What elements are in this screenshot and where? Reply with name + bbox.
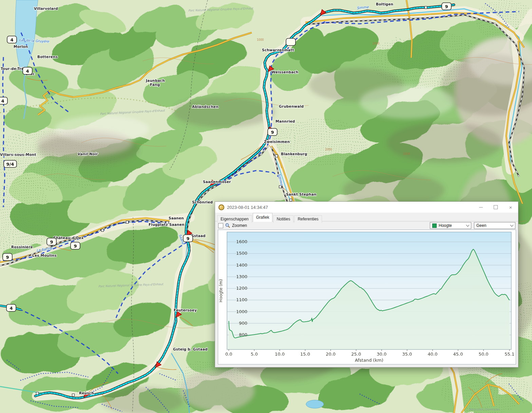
town-label: Gsteig b. Gstaad bbox=[173, 347, 208, 351]
town-label: Feutersoey bbox=[174, 308, 197, 312]
x-tick-label: 20.0 bbox=[326, 352, 336, 357]
y-tick-label: 1400 bbox=[236, 263, 247, 268]
elevation-chart[interactable]: 80090010001100120013001400150016000.05.0… bbox=[218, 230, 516, 364]
maximize-button[interactable] bbox=[488, 202, 503, 212]
contour-label: 2000 bbox=[325, 148, 332, 151]
town-label: Saanen bbox=[169, 216, 184, 220]
overlay-dropdown-value: Geen bbox=[476, 223, 486, 228]
series-color-swatch bbox=[432, 223, 437, 228]
road-shield-number: 4 bbox=[1, 98, 4, 104]
window-titlebar[interactable]: 2023-08-01 14:34:47 × bbox=[215, 202, 518, 213]
town-label: Grubenwald bbox=[279, 104, 304, 108]
x-tick-label: 5.0 bbox=[251, 352, 258, 357]
road-shield-number: 9 bbox=[50, 239, 53, 245]
town-label: Les Moulins bbox=[32, 253, 57, 257]
elevation-chart-panel: 80090010001100120013001400150016000.05.0… bbox=[218, 230, 516, 364]
x-tick-label: 35.0 bbox=[402, 352, 412, 357]
road-shield-number: 4 bbox=[26, 69, 29, 74]
x-tick-label: 0.0 bbox=[225, 352, 232, 357]
waypoint-square[interactable] bbox=[290, 199, 292, 201]
track-properties-window: 2023-08-01 14:34:47 × EigenschappenGrafi… bbox=[215, 201, 518, 367]
park-label: Naturpark Diemtigtal bbox=[469, 408, 500, 411]
chart-toolbar: Zoomen Hoogte Geen bbox=[215, 221, 518, 230]
road-shield-number: 4 bbox=[10, 37, 13, 42]
town-label: Villarvolard bbox=[34, 6, 58, 11]
road-shield-number: 9/4 bbox=[6, 162, 14, 167]
contour-label: 2000 bbox=[373, 42, 379, 45]
tab-grafiek[interactable]: Grafiek bbox=[253, 213, 273, 222]
town-label: Jaunbach bbox=[146, 78, 165, 83]
y-tick-label: 1000 bbox=[236, 309, 247, 314]
y-tick-label: 1300 bbox=[236, 274, 247, 279]
waypoint-square[interactable] bbox=[101, 229, 104, 232]
x-axis-title: Afstand (km) bbox=[355, 358, 383, 363]
town-label: Botterens bbox=[37, 55, 58, 59]
town-label: Mannried bbox=[276, 119, 295, 123]
x-tick-label: 25.0 bbox=[351, 352, 361, 357]
chevron-down-icon bbox=[510, 223, 514, 227]
town-label: Morlon bbox=[14, 44, 28, 49]
road-shield-number: 9 bbox=[271, 130, 274, 135]
y-tick-label: 1200 bbox=[236, 286, 247, 291]
minimize-button[interactable] bbox=[473, 202, 488, 212]
waypoint-square[interactable] bbox=[425, 6, 427, 9]
town-label: Villars-sous-Mont bbox=[0, 152, 36, 157]
waypoint-square[interactable] bbox=[72, 394, 75, 396]
waypoint-square[interactable] bbox=[126, 221, 129, 223]
y-axis-title: Hoogte (m) bbox=[218, 279, 223, 302]
town-label: Schwarzenmatt bbox=[262, 48, 294, 52]
x-tick-label: 55.1 bbox=[505, 352, 514, 357]
road-shield-number: 9 bbox=[186, 236, 189, 241]
x-tick-label: 15.0 bbox=[300, 352, 310, 357]
chevron-down-icon bbox=[466, 223, 470, 227]
town-label: Reusch bbox=[79, 391, 94, 395]
overlay-dropdown[interactable]: Geen bbox=[474, 222, 515, 229]
y-tick-label: 1600 bbox=[236, 239, 247, 244]
road-shield-number: 9 bbox=[445, 4, 448, 9]
road-shield-number: 9 bbox=[74, 244, 77, 249]
waypoint-square[interactable] bbox=[276, 155, 278, 157]
contour-label: 1000 bbox=[257, 38, 264, 41]
road-shield-number: 4 bbox=[10, 306, 13, 311]
series-dropdown-value: Hoogte bbox=[439, 223, 452, 228]
waypoint-square[interactable] bbox=[279, 186, 282, 188]
town-label: Abländschen bbox=[192, 105, 218, 109]
y-tick-label: 1100 bbox=[236, 297, 247, 302]
series-dropdown[interactable]: Hoogte bbox=[430, 222, 471, 229]
x-tick-label: 45.0 bbox=[453, 352, 463, 357]
town-label: Zweisimmen bbox=[264, 140, 290, 144]
town-label: Flugplatz Saanen bbox=[149, 222, 185, 227]
town-label: Vanil Noir bbox=[77, 152, 98, 156]
contour-label: 2000 bbox=[403, 152, 410, 156]
x-tick-label: 30.0 bbox=[377, 352, 386, 357]
town-label: Weissenbach bbox=[271, 70, 299, 74]
town-label: Gstaad bbox=[191, 234, 206, 238]
y-tick-label: 1500 bbox=[236, 251, 247, 256]
town-label: Fang bbox=[150, 83, 160, 87]
town-label: Sankt Stephan bbox=[286, 192, 317, 196]
road-shield-number: 9 bbox=[6, 255, 9, 260]
track-icon bbox=[218, 204, 224, 210]
magnifier-icon bbox=[225, 223, 230, 228]
town-label: Boltigen bbox=[376, 2, 393, 6]
town-label: Château-d'Oex bbox=[53, 236, 84, 240]
x-tick-label: 40.0 bbox=[428, 352, 437, 357]
x-tick-label: 10.0 bbox=[275, 352, 285, 357]
x-tick-label: 50.0 bbox=[479, 352, 489, 357]
town-label: Schönried bbox=[192, 200, 213, 204]
town-label: Saanenmöser bbox=[203, 180, 231, 184]
zoom-checkbox[interactable] bbox=[218, 223, 223, 228]
y-tick-label: 800 bbox=[239, 332, 247, 337]
waypoint-square[interactable] bbox=[36, 392, 39, 395]
road-shield bbox=[286, 38, 296, 46]
window-title: 2023-08-01 14:34:47 bbox=[227, 205, 473, 210]
tab-bar: EigenschappenGrafiekNotitiesReferenties bbox=[215, 213, 518, 221]
y-tick-label: 900 bbox=[239, 321, 247, 326]
close-button[interactable]: × bbox=[503, 202, 518, 212]
town-label: Blankenburg bbox=[281, 152, 307, 156]
map-application: BoltigenSchwarzenmattWeissenbachGrubenwa… bbox=[0, 0, 532, 413]
zoom-checkbox-label: Zoomen bbox=[232, 223, 247, 228]
town-label: Rossinière bbox=[11, 245, 33, 249]
